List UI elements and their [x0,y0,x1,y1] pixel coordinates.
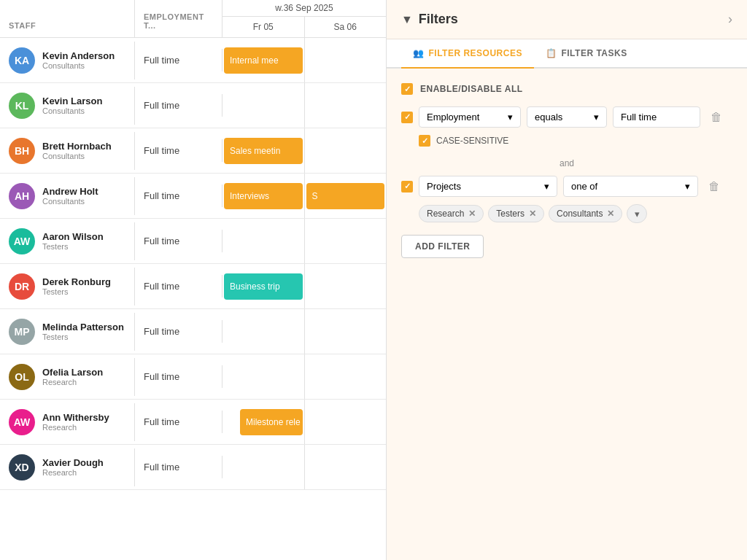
tab-filter-tasks[interactable]: 📋 FILTER TASKS [534,39,639,69]
employment-cell: Full time [135,49,222,71]
and-divider: and [401,158,732,168]
people-icon: 👥 [413,48,425,58]
staff-table: STAFF EMPLOYMENT T... w.36 Sep 2025 Fr 0… [0,0,387,560]
table-row: AWAnn WithersbyResearchFull timeMileston… [0,400,386,445]
event-pill: Milestone rele [240,409,303,435]
event-pill: Internal mee [224,47,303,74]
employment-cell: Full time [135,275,222,298]
staff-dept: Research [42,378,103,386]
staff-name: Melinda Patterson [42,322,124,332]
close-panel-button[interactable]: › [728,12,732,27]
staff-dept: Consultants [42,61,115,70]
employment-cell: Full time [135,365,222,388]
date-fri: Fr 05 [222,17,305,37]
enable-all-checkbox[interactable]: ✓ [401,83,413,95]
filter2-operator-select[interactable]: one of ▾ [563,176,698,197]
avatar: OL [9,364,35,390]
case-sensitive-checkbox[interactable]: ✓ [419,135,430,147]
staff-cell: MPMelinda PattersonTesters [0,313,135,351]
tag-consultants: Consultants ✕ [549,205,622,222]
schedule-cols [222,354,386,399]
case-sensitive-label: CASE-SENSITIVE [436,136,508,146]
staff-cell: AHAndrew HoltConsultants [0,177,135,215]
table-row: DRDerek RonburgTestersFull timeBusiness … [0,264,386,309]
filter2-delete-button[interactable]: 🗑 [704,176,724,197]
staff-name: Aaron Wilson [42,231,104,242]
table-row: AHAndrew HoltConsultantsFull timeIntervi… [0,174,386,219]
checkmark-icon: ✓ [422,136,428,146]
tab-filter-resources[interactable]: 👥 FILTER RESOURCES [401,39,534,69]
schedule-col [305,219,387,263]
schedule-col [305,400,387,444]
filter-funnel-icon: ▼ [401,13,413,26]
filters-panel: ▼ Filters › 👥 FILTER RESOURCES 📋 FILTER … [387,0,747,560]
filter-tabs: 👥 FILTER RESOURCES 📋 FILTER TASKS [387,39,747,69]
staff-dept: Testers [42,287,111,296]
filter1-row: ✓ Employment ▾ equals ▾ Full time 🗑 [401,106,732,128]
tags-row: Research ✕ Testers ✕ Consultants ✕ ▾ [419,204,732,223]
employment-cell: Full time [135,94,222,117]
schedule-col [305,354,387,399]
staff-name: Andrew Holt [42,186,98,197]
avatar: AW [9,228,35,254]
schedule-cols [222,309,386,354]
add-filter-button[interactable]: ADD FILTER [401,235,484,258]
staff-rows: KAKevin AndersonConsultantsFull timeInte… [0,38,386,490]
date-cols: Fr 05 Sa 06 [222,17,386,37]
event-pill: S [306,183,385,209]
chevron-down-icon: ▾ [685,181,690,192]
schedule-col: Internal mee [222,38,305,82]
event-pill: Business trip [224,273,303,300]
checkmark-icon: ✓ [404,112,411,122]
tag-testers: Testers ✕ [488,205,544,222]
filter2-field-select[interactable]: Projects ▾ [419,176,557,197]
staff-name: Derek Ronburg [42,276,111,287]
table-row: KAKevin AndersonConsultantsFull timeInte… [0,38,386,83]
staff-dept: Consultants [42,106,102,115]
enable-label: ENABLE/DISABLE ALL [420,84,523,94]
filter1-operator-select[interactable]: equals ▾ [527,106,607,128]
staff-dept: Consultants [42,152,112,160]
date-sat: Sa 06 [305,17,387,37]
staff-dept: Testers [42,242,104,251]
schedule-cols [222,445,386,489]
staff-cell: AWAaron WilsonTesters [0,222,135,260]
staff-cell: AWAnn WithersbyResearch [0,403,135,441]
schedule-cols: Internal mee [222,38,386,82]
case-sensitive-row: ✓ CASE-SENSITIVE [419,135,732,147]
staff-cell: KAKevin AndersonConsultants [0,42,135,79]
schedule-col [222,309,305,354]
employment-cell: Full time [135,139,222,162]
table-row: MPMelinda PattersonTestersFull time [0,309,386,354]
schedule-col [222,219,305,263]
remove-consultants-tag-button[interactable]: ✕ [607,209,614,219]
filter1-value-select[interactable]: Full time [613,106,700,128]
avatar: XD [9,454,35,481]
schedule-col: S [305,174,387,218]
staff-dept: Consultants [42,197,98,206]
avatar: KL [9,93,35,119]
remove-research-tag-button[interactable]: ✕ [468,209,476,219]
tags-dropdown-button[interactable]: ▾ [627,204,647,223]
filter1-checkbox[interactable]: ✓ [401,112,413,123]
schedule-cols: Sales meetin [222,128,386,173]
schedule-col [222,83,305,128]
schedule-col [305,83,387,128]
schedule-col: Business trip [222,264,305,308]
avatar: DR [9,273,35,300]
filter2-checkbox[interactable]: ✓ [401,181,413,192]
schedule-col [222,445,305,489]
table-row: OLOfelia LarsonResearchFull time [0,354,386,400]
filter1-delete-button[interactable]: 🗑 [706,107,727,128]
filter1-field-select[interactable]: Employment ▾ [419,106,521,128]
staff-dept: Testers [42,332,124,341]
employment-cell: Full time [135,320,222,343]
remove-testers-tag-button[interactable]: ✕ [529,209,536,219]
staff-name: Ofelia Larson [42,367,103,378]
avatar: AH [9,183,35,209]
schedule-cols: Milestone rele [222,400,386,444]
avatar: MP [9,319,35,345]
employment-cell: Full time [135,456,222,478]
staff-name: Kevin Anderson [42,50,115,61]
staff-cell: XDXavier DoughResearch [0,448,135,486]
